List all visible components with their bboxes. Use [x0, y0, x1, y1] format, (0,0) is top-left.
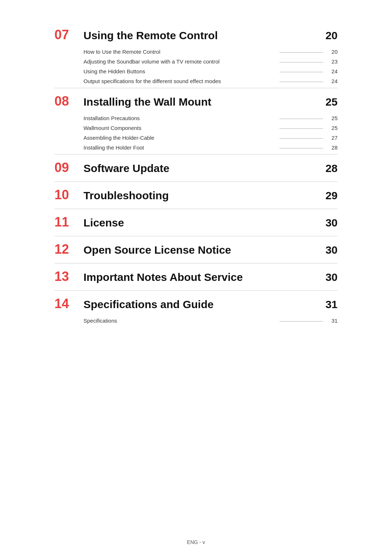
toc-number-14: 14	[54, 297, 83, 310]
toc-main-row-09: 09Software Update28	[54, 155, 338, 175]
toc-number-11: 11	[54, 216, 83, 229]
toc-sub-page-07-2: 24	[327, 68, 338, 74]
toc-sub-row-08-2: Assembling the Holder-Cable27	[54, 135, 338, 141]
toc-main-row-07: 07Using the Remote Control20	[54, 22, 338, 42]
toc-dots-07-0	[279, 52, 323, 53]
toc-sub-row-07-2: Using the Hidden Buttons24	[54, 68, 338, 74]
toc-sub-page-08-0: 25	[327, 115, 338, 121]
toc-sub-label-08-0: Installation Precautions	[83, 115, 276, 121]
toc-section-14: 14Specifications and Guide31Specificatio…	[54, 290, 338, 324]
toc-section-11: 11License30	[54, 209, 338, 229]
toc-dots-07-2	[279, 72, 323, 72]
toc-sub-row-07-3: Output specifications for the different …	[54, 78, 338, 84]
toc-main-row-12: 12Open Source License Notice30	[54, 236, 338, 257]
toc-sub-page-08-2: 27	[327, 135, 338, 141]
toc-title-09: Software Update	[83, 162, 319, 175]
toc-section-08: 08Installing the Wall Mount25Installatio…	[54, 88, 338, 151]
toc-title-13: Important Notes About Service	[83, 271, 319, 284]
toc-sub-label-14-0: Specifications	[83, 318, 276, 324]
toc-sub-row-08-1: Wallmount Components25	[54, 125, 338, 131]
toc-page-main-07: 20	[319, 29, 338, 42]
toc-sub-label-08-2: Assembling the Holder-Cable	[83, 135, 276, 141]
toc-sub-row-07-1: Adjusting the Soundbar volume with a TV …	[54, 58, 338, 65]
toc-title-07: Using the Remote Control	[83, 29, 319, 42]
toc-title-10: Troubleshooting	[83, 189, 319, 202]
toc-dots-08-3	[279, 148, 323, 148]
toc-page-main-08: 25	[319, 96, 338, 108]
toc-section-09: 09Software Update28	[54, 154, 338, 175]
toc-number-10: 10	[54, 188, 83, 201]
toc-main-row-14: 14Specifications and Guide31	[54, 291, 338, 311]
toc-sub-row-08-3: Installing the Holder Foot28	[54, 144, 338, 151]
toc-sub-page-07-3: 24	[327, 78, 338, 84]
toc-page-main-10: 29	[319, 189, 338, 202]
toc-sub-label-07-1: Adjusting the Soundbar volume with a TV …	[83, 58, 276, 65]
toc-dots-14-0	[279, 321, 323, 322]
toc-dots-08-1	[279, 128, 323, 129]
toc-sub-page-08-1: 25	[327, 125, 338, 131]
toc-title-14: Specifications and Guide	[83, 298, 319, 311]
toc-main-row-13: 13Important Notes About Service30	[54, 263, 338, 284]
footer-text: ENG - v	[187, 539, 205, 545]
toc-page-main-14: 31	[319, 298, 338, 311]
toc-number-13: 13	[54, 270, 83, 283]
toc-main-row-10: 10Troubleshooting29	[54, 182, 338, 202]
toc-sub-page-07-0: 20	[327, 49, 338, 55]
toc-sub-label-07-3: Output specifications for the different …	[83, 78, 276, 84]
toc-section-07: 07Using the Remote Control20How to Use t…	[54, 22, 338, 84]
toc-page: 07Using the Remote Control20How to Use t…	[54, 0, 338, 532]
toc-number-12: 12	[54, 243, 83, 256]
toc-main-row-08: 08Installing the Wall Mount25	[54, 88, 338, 109]
toc-sub-page-07-1: 23	[327, 58, 338, 65]
toc-section-13: 13Important Notes About Service30	[54, 263, 338, 284]
toc-number-08: 08	[54, 95, 83, 108]
toc-number-09: 09	[54, 161, 83, 174]
toc-dots-07-1	[279, 62, 323, 62]
toc-dots-07-3	[279, 82, 323, 82]
toc-sub-label-07-0: How to Use the Remote Control	[83, 49, 276, 55]
toc-title-11: License	[83, 216, 319, 229]
toc-section-10: 10Troubleshooting29	[54, 181, 338, 202]
toc-sub-label-08-1: Wallmount Components	[83, 125, 276, 131]
toc-sub-row-14-0: Specifications31	[54, 318, 338, 324]
toc-sub-row-08-0: Installation Precautions25	[54, 115, 338, 121]
toc-sub-row-07-0: How to Use the Remote Control20	[54, 49, 338, 55]
toc-sub-label-07-2: Using the Hidden Buttons	[83, 68, 276, 74]
toc-page-main-12: 30	[319, 244, 338, 256]
toc-section-12: 12Open Source License Notice30	[54, 236, 338, 257]
toc-number-07: 07	[54, 28, 83, 41]
toc-sub-page-14-0: 31	[327, 318, 338, 324]
toc-dots-08-2	[279, 138, 323, 139]
toc-sub-page-08-3: 28	[327, 144, 338, 151]
page-footer: ENG - v	[54, 532, 338, 556]
toc-dots-08-0	[279, 119, 323, 119]
toc-page-main-09: 28	[319, 162, 338, 175]
toc-page-main-11: 30	[319, 217, 338, 229]
toc-title-12: Open Source License Notice	[83, 244, 319, 257]
toc-main-row-11: 11License30	[54, 209, 338, 229]
toc-sub-label-08-3: Installing the Holder Foot	[83, 144, 276, 151]
toc-title-08: Installing the Wall Mount	[83, 95, 319, 109]
toc-page-main-13: 30	[319, 271, 338, 283]
